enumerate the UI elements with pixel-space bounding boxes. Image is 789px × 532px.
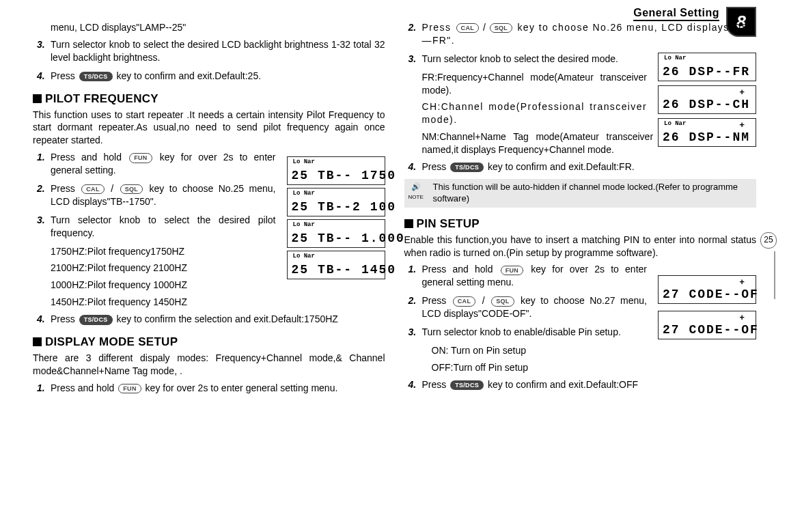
- fun-key-icon: FUN: [118, 384, 141, 393]
- pin-off: OFF:Turn off Pin setup: [404, 361, 757, 374]
- tsdcs-key-icon: TS/DCS: [79, 315, 113, 324]
- pilot-step4: 4. Press TS/DCS key to confirm the selec…: [33, 313, 385, 326]
- fun-key-icon: FUN: [501, 266, 523, 275]
- note-box: 🔊NOTE This function will be auto-hidden …: [404, 179, 757, 208]
- fun-key-icon: FUN: [129, 153, 152, 163]
- left-column: menu, LCD displays"LAMP--25" 3.Turn sele…: [33, 19, 395, 400]
- pilot-intro: This function uses to start repeater .It…: [33, 109, 385, 148]
- lcd-tb-1750: Lo Nar25 TB-- 1750: [287, 156, 385, 185]
- lcd-dsp-ch: +26 DSP--CH: [658, 85, 756, 114]
- lcd-code-of-1: +27 CODE--OF: [658, 275, 756, 304]
- lamp-line: menu, LCD displays"LAMP--25": [33, 21, 385, 34]
- page-number-badge: 25: [760, 232, 777, 249]
- tsdcs-key-icon: TS/DCS: [450, 380, 484, 390]
- pin-step4: 4. Press TS/DCS key to confirm and exit.…: [404, 378, 757, 391]
- cal-key-icon: CAL: [81, 184, 104, 194]
- lamp-step3: 3.Turn selector knob to select the desir…: [33, 38, 385, 64]
- lcd-dsp-fr: Lo Nar26 DSP--FR: [658, 53, 756, 81]
- lamp-step4: 4. Press TS/DCS key to confirm and exit.…: [33, 70, 385, 83]
- pin-on: ON: Turn on Pin setup: [404, 344, 757, 357]
- display-step1: 1. Press and hold FUN key for over 2s to…: [33, 382, 385, 395]
- lcd-code-of-2: +27 CODE--OF: [658, 311, 756, 339]
- page-edge-divider: [774, 251, 775, 299]
- display-mode-intro: There are 3 different dispaly modes: Fre…: [33, 352, 385, 378]
- lcd-tb-1450: Lo Nar25 TB-- 1450: [287, 251, 385, 279]
- display-mode-heading: DISPLAY MODE SETUP: [33, 335, 385, 349]
- tsdcs-key-icon: TS/DCS: [79, 72, 113, 81]
- lcd-tb-1000: Lo Nar25 TB-- 1.000: [287, 219, 385, 248]
- lcd-dsp-nm: Lo Nar+26 DSP--NM: [658, 118, 756, 147]
- note-icon: 🔊NOTE: [409, 182, 424, 201]
- pilot-opt-1450: 1450HZ:Pilot frequency 1450HZ: [33, 296, 385, 309]
- cal-key-icon: CAL: [456, 23, 479, 33]
- sql-key-icon: SQL: [490, 23, 512, 33]
- right-column: 2. Press CAL / SQL key to choose No.26 m…: [395, 19, 757, 400]
- sql-key-icon: SQL: [120, 184, 143, 194]
- sql-key-icon: SQL: [491, 296, 514, 306]
- tsdcs-key-icon: TS/DCS: [450, 163, 484, 172]
- cal-key-icon: CAL: [453, 296, 475, 306]
- display-step4: 4. Press TS/DCS key to confirm and exit.…: [404, 160, 757, 173]
- pilot-opt-1000: 1000HZ:Pilot frequency 1000HZ: [33, 279, 385, 292]
- pin-setup-heading: PIN SETUP: [404, 217, 757, 231]
- lcd-tb-2100: Lo Nar25 TB--2 100: [287, 188, 385, 216]
- display-step2: 2. Press CAL / SQL key to choose No.26 m…: [404, 21, 757, 47]
- pin-intro: Enable this function,you have to insert …: [404, 234, 757, 260]
- pilot-frequency-heading: PILOT FREQUENCY: [33, 92, 385, 106]
- note-text: This function will be auto-hidden if cha…: [433, 182, 738, 204]
